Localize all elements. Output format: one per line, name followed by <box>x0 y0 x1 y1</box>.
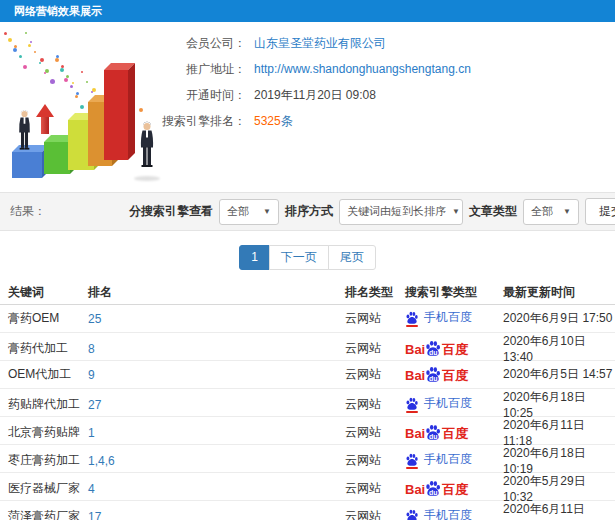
engine-filter-select[interactable]: 全部 ▼ <box>219 199 279 225</box>
open-time-label: 开通时间： <box>162 87 246 104</box>
result-label: 结果： <box>10 193 46 230</box>
table-header-row: 关键词 排名 排名类型 搜索引擎类型 最新更新时间 <box>0 281 615 305</box>
bar-green <box>44 142 70 174</box>
updated-time-cell: 2020年6月18日 10:25 <box>503 389 615 420</box>
mobile-baidu-logo: 手机百度 <box>405 309 472 326</box>
engine-type-cell: 手机百度 <box>405 395 503 414</box>
baidu-paw-icon <box>405 509 419 520</box>
updated-time-cell: 2020年6月9日 17:50 <box>503 310 615 327</box>
engine-type-cell: Bai du 百度 <box>405 340 503 357</box>
last-page-button[interactable]: 尾页 <box>328 245 376 270</box>
article-type-value: 全部 <box>531 204 553 219</box>
engine-type-cell: 手机百度 <box>405 451 503 470</box>
article-type-label: 文章类型 <box>469 203 517 220</box>
rank-link[interactable]: 4 <box>88 482 345 496</box>
open-time-value: 2019年11月20日 09:08 <box>254 87 376 104</box>
keyword-cell: 北京膏药贴牌 <box>8 424 88 441</box>
rank-link[interactable]: 9 <box>88 368 345 382</box>
engine-type-cell: Bai du 百度 <box>405 424 503 441</box>
submit-button[interactable]: 提交 <box>585 198 615 225</box>
rank-link[interactable]: 8 <box>88 342 345 356</box>
table-row: OEM代加工 9 云网站 Bai du 百度 2020年6月5日 14:57 <box>0 361 615 389</box>
bar-red <box>104 70 128 160</box>
keyword-cell: 医疗器械厂家 <box>8 480 88 497</box>
rank-link[interactable]: 17 <box>88 510 345 520</box>
promo-url-link[interactable]: http://www.shandonghuangshengtang.cn <box>254 62 471 76</box>
engine-filter-value: 全部 <box>227 204 249 219</box>
rank-link[interactable]: 25 <box>88 312 345 326</box>
baidu-paw-icon: du <box>425 424 441 441</box>
open-time-row: 开通时间： 2019年11月20日 09:08 <box>162 88 471 102</box>
rank-link[interactable]: 27 <box>88 398 345 412</box>
engine-filter-label: 分搜索引擎查看 <box>129 203 213 220</box>
updated-time-cell: 2020年6月10日 13:40 <box>503 333 615 364</box>
member-company-link[interactable]: 山东皇圣堂药业有限公司 <box>254 35 386 52</box>
header-keyword: 关键词 <box>8 284 88 301</box>
title-bar: 网络营销效果展示 <box>0 0 615 22</box>
account-info-panel: 会员公司： 山东皇圣堂药业有限公司 推广地址： http://www.shand… <box>162 36 471 128</box>
businessman-left-icon <box>16 110 33 154</box>
baidu-paw-icon: du <box>425 340 441 357</box>
rank-type-cell: 云网站 <box>345 508 405 520</box>
baidu-paw-icon: du <box>425 366 441 383</box>
chevron-down-icon: ▼ <box>563 207 571 216</box>
header-engine-type: 搜索引擎类型 <box>405 284 503 301</box>
engine-rank-label: 搜索引擎排名： <box>162 113 246 130</box>
baidu-logo: Bai du 百度 <box>405 480 468 497</box>
keyword-cell: OEM代加工 <box>8 366 88 383</box>
keyword-cell: 枣庄膏药加工 <box>8 452 88 469</box>
baidu-logo: Bai du 百度 <box>405 366 468 383</box>
table-row: 枣庄膏药加工 1,4,6 云网站 手机百度 2020年6月18日 10:19 <box>0 445 615 473</box>
updated-time-cell: 2020年6月11日 11:40 <box>503 501 615 520</box>
bar-blue <box>12 152 42 178</box>
promo-url-label: 推广地址： <box>162 61 246 78</box>
engine-type-cell: 手机百度 <box>405 309 503 328</box>
page-1-button[interactable]: 1 <box>239 245 270 270</box>
engine-type-cell: Bai du 百度 <box>405 366 503 383</box>
engine-rank-row: 搜索引擎排名： 5325条 <box>162 114 471 128</box>
page: 网络营销效果展示 <box>0 0 615 520</box>
sort-value: 关键词由短到长排序 <box>347 204 446 219</box>
header-updated: 最新更新时间 <box>503 284 615 301</box>
updated-time-cell: 2020年6月11日 11:18 <box>503 417 615 448</box>
pagination: 1 下一页 尾页 <box>0 245 615 270</box>
page-title: 网络营销效果展示 <box>14 5 102 17</box>
table-row: 医疗器械厂家 4 云网站 Bai du 百度 2020年5月29日 10:32 <box>0 473 615 501</box>
baidu-paw-icon <box>405 397 419 411</box>
rank-count: 5325 <box>254 114 281 128</box>
baidu-logo: Bai du 百度 <box>405 424 468 441</box>
rank-type-cell: 云网站 <box>345 452 405 469</box>
table-body: 膏药OEM 25 云网站 手机百度 2020年6月9日 17:50 膏药代加工 … <box>0 305 615 520</box>
mobile-baidu-logo: 手机百度 <box>405 395 472 412</box>
keyword-cell: 膏药代加工 <box>8 340 88 357</box>
filter-bar: 结果： 分搜索引擎查看 全部 ▼ 排序方式 关键词由短到长排序 ▼ 文章类型 全… <box>0 192 615 231</box>
header-rank-type: 排名类型 <box>345 284 405 301</box>
table-row: 膏药代加工 8 云网站 Bai du 百度 2020年6月10日 13:40 <box>0 333 615 361</box>
mobile-baidu-logo: 手机百度 <box>405 507 472 520</box>
rank-link[interactable]: 1 <box>88 426 345 440</box>
keyword-rank-table: 关键词 排名 排名类型 搜索引擎类型 最新更新时间 膏药OEM 25 云网站 手… <box>0 281 615 520</box>
keyword-cell: 菏泽膏药厂家 <box>8 508 88 520</box>
keyword-cell: 膏药OEM <box>8 310 88 327</box>
updated-time-cell: 2020年5月29日 10:32 <box>503 473 615 504</box>
businessman-right-icon <box>138 116 156 178</box>
sort-select[interactable]: 关键词由短到长排序 ▼ <box>339 199 463 225</box>
rank-type-cell: 云网站 <box>345 480 405 497</box>
baidu-paw-icon: du <box>425 480 441 497</box>
member-company-label: 会员公司： <box>162 35 246 52</box>
member-company-row: 会员公司： 山东皇圣堂药业有限公司 <box>162 36 471 50</box>
rank-type-cell: 云网站 <box>345 366 405 383</box>
rank-link[interactable]: 1,4,6 <box>88 454 345 468</box>
sort-label: 排序方式 <box>285 203 333 220</box>
updated-time-cell: 2020年6月18日 10:19 <box>503 445 615 476</box>
rank-type-cell: 云网站 <box>345 340 405 357</box>
growth-arrow-icon <box>36 104 54 117</box>
next-page-button[interactable]: 下一页 <box>269 245 329 270</box>
article-type-select[interactable]: 全部 ▼ <box>523 199 579 225</box>
engine-type-cell: Bai du 百度 <box>405 480 503 497</box>
table-row: 膏药OEM 25 云网站 手机百度 2020年6月9日 17:50 <box>0 305 615 333</box>
table-row: 北京膏药贴牌 1 云网站 Bai du 百度 2020年6月11日 11:18 <box>0 417 615 445</box>
rank-unit: 条 <box>281 114 293 128</box>
engine-rank-value[interactable]: 5325条 <box>254 113 293 130</box>
mobile-baidu-logo: 手机百度 <box>405 451 472 468</box>
